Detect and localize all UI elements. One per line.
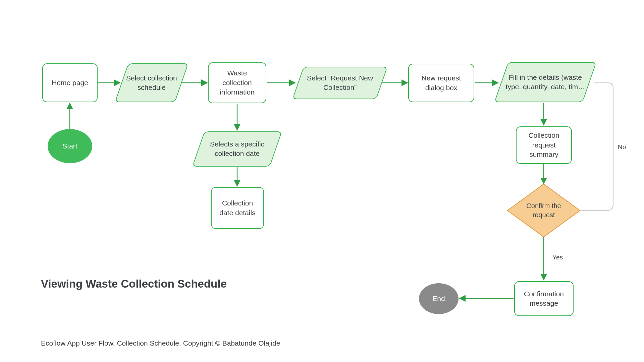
home-page-label: Home page: [52, 78, 88, 87]
edge-decision-no: [580, 83, 613, 210]
decision-label: Confirm the request: [521, 201, 567, 220]
summary-label: Collection request summary: [520, 131, 568, 159]
dialog-label: New request dialog box: [412, 73, 470, 93]
fill-details-label: Fill in the details (waste type, quantit…: [505, 73, 586, 92]
start-terminal: Start: [48, 129, 92, 163]
waste-info-node: Waste collection information: [208, 62, 266, 103]
confirmation-node: Confirmation message: [514, 281, 574, 316]
select-date-label: Selects a specific collection date: [202, 139, 272, 159]
flowchart-canvas: Start Home page Select collection schedu…: [0, 0, 644, 362]
fill-details-node: Fill in the details (waste type, quantit…: [494, 62, 596, 102]
waste-info-label: Waste collection information: [212, 68, 262, 97]
end-terminal: End: [419, 283, 459, 314]
select-schedule-label: Select collection schedule: [125, 73, 178, 93]
yes-label: Yes: [552, 254, 563, 261]
footer-copyright: Ecoflow App User Flow. Collection Schedu…: [41, 339, 280, 347]
request-new-label: Select “Request New Collection”: [302, 73, 378, 93]
summary-node: Collection request summary: [516, 126, 572, 164]
dialog-node: New request dialog box: [408, 64, 474, 102]
select-date-node: Selects a specific collection date: [192, 131, 282, 167]
date-details-node: Collection date details: [211, 187, 264, 229]
confirmation-label: Confirmation message: [518, 289, 570, 308]
diagram-title: Viewing Waste Collection Schedule: [41, 278, 227, 290]
home-page-node: Home page: [42, 63, 98, 102]
no-label: No: [618, 143, 626, 151]
date-details-label: Collection date details: [215, 198, 260, 218]
end-label: End: [432, 294, 445, 303]
request-new-node: Select “Request New Collection”: [292, 67, 387, 99]
select-schedule-node: Select collection schedule: [115, 63, 189, 102]
start-label: Start: [62, 141, 77, 151]
decision-node: Confirm the request: [518, 200, 570, 221]
